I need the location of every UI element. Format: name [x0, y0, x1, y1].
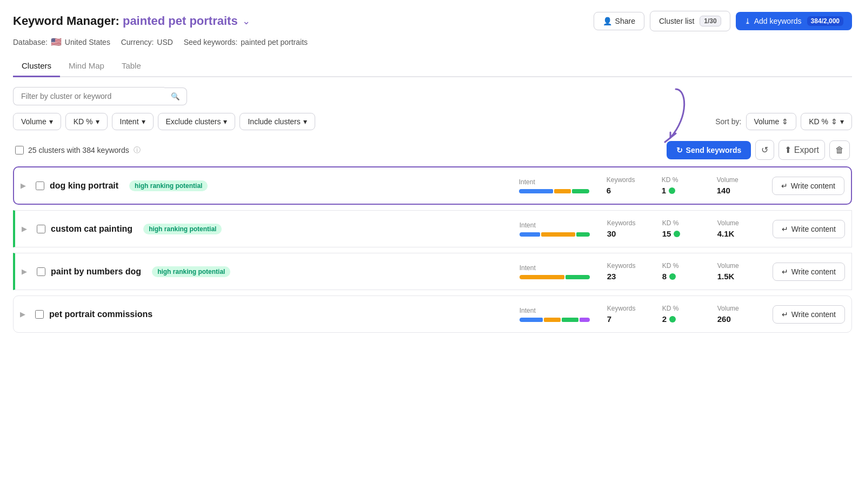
cluster-2-volume-value: 4.1K	[717, 229, 735, 238]
share-icon: 👤	[603, 17, 612, 25]
expand-icon-1[interactable]: ▶	[21, 182, 30, 190]
keywords-col-label-4: Keywords	[607, 305, 636, 312]
write-content-btn-1[interactable]: ↵ Write content	[772, 177, 844, 195]
expand-icon-3[interactable]: ▶	[22, 267, 31, 275]
kd-dot-4	[669, 316, 676, 322]
intent-blue-2	[520, 232, 540, 237]
keywords-col-label-2: Keywords	[607, 219, 636, 227]
search-button[interactable]: 🔍	[164, 88, 187, 105]
cluster-2-kd-value: 15	[662, 229, 681, 238]
cluster-3-intent: Intent	[520, 264, 590, 279]
cluster-4-checkbox[interactable]	[35, 310, 44, 319]
title-section: Keyword Manager: painted pet portraits ⌄	[13, 14, 250, 28]
keywords-col-label-1: Keywords	[607, 176, 635, 184]
cluster-4-volume-value: 260	[717, 314, 731, 324]
write-content-label-4: Write content	[791, 310, 836, 319]
database-value: United States	[65, 38, 110, 46]
sort-volume-icon: ⇕	[782, 117, 788, 126]
write-content-label-2: Write content	[791, 225, 836, 233]
cluster-1-kd: KD % 1	[662, 176, 700, 195]
page-title: Keyword Manager: painted pet portraits	[13, 14, 238, 28]
add-keywords-button[interactable]: ⤓ Add keywords 384/2,000	[736, 12, 852, 30]
seed-label: Seed keywords:	[184, 38, 238, 46]
cluster-3-name: paint by numbers dog	[51, 267, 141, 277]
include-clusters-filter[interactable]: Include clusters ▾	[239, 113, 315, 130]
sort-volume-button[interactable]: Volume ⇕	[746, 113, 797, 130]
cluster-2-tag: high ranking potential	[143, 224, 222, 234]
send-icon: ↻	[676, 146, 683, 154]
refresh-button[interactable]: ↺	[755, 140, 774, 160]
intent-filter[interactable]: Intent ▾	[112, 113, 154, 130]
tab-table[interactable]: Table	[113, 57, 150, 77]
cluster-list-button[interactable]: Cluster list 1/30	[650, 11, 730, 31]
write-icon-3: ↵	[782, 267, 788, 276]
title-chevron-icon[interactable]: ⌄	[242, 15, 250, 27]
intent-col-label-2: Intent	[520, 221, 536, 229]
cluster-1-keywords-value: 6	[607, 186, 611, 195]
title-highlight: painted pet portraits	[123, 14, 238, 28]
send-keywords-button[interactable]: ↻ Send keywords	[667, 141, 751, 159]
cluster-row-4: ▶ pet portrait commissions Intent Keywor…	[13, 295, 852, 333]
sort-kd-chevron: ▾	[840, 117, 844, 126]
intent-orange-2	[541, 232, 575, 237]
cluster-4-keywords: Keywords 7	[607, 305, 645, 324]
cluster-3-kd: KD % 8	[662, 262, 700, 281]
sort-kd-button[interactable]: KD % ⇕ ▾	[801, 113, 852, 130]
meta-separator-2	[176, 38, 181, 46]
sort-volume-label: Volume	[754, 117, 780, 126]
volume-filter[interactable]: Volume ▾	[13, 113, 61, 130]
cluster-3-keywords: Keywords 23	[607, 262, 645, 281]
download-icon: ⤓	[744, 17, 751, 25]
tabs-bar: Clusters Mind Map Table	[13, 57, 852, 77]
write-content-btn-4[interactable]: ↵ Write content	[773, 305, 845, 324]
kd-filter[interactable]: KD % ▾	[65, 113, 108, 130]
cluster-row-2-left: ▶ custom cat painting high ranking poten…	[22, 224, 520, 234]
exclude-clusters-filter[interactable]: Exclude clusters ▾	[158, 113, 236, 130]
cluster-summary: 25 clusters with 384 keywords ⓘ	[15, 145, 141, 155]
cluster-row-1: ▶ dog king portrait high ranking potenti…	[13, 166, 852, 205]
write-content-btn-3[interactable]: ↵ Write content	[773, 263, 845, 281]
trash-icon: 🗑	[835, 145, 844, 154]
tab-mindmap[interactable]: Mind Map	[60, 57, 113, 77]
kd-col-label-3: KD %	[662, 262, 679, 270]
cluster-1-checkbox[interactable]	[36, 182, 44, 190]
export-button[interactable]: ⬆ Export	[778, 140, 825, 160]
intent-blue-4	[520, 318, 543, 322]
share-label: Share	[615, 17, 635, 25]
exclude-chevron-icon: ▾	[223, 117, 227, 126]
cluster-3-checkbox[interactable]	[37, 267, 45, 276]
intent-green-2	[576, 232, 590, 237]
delete-button[interactable]: 🗑	[829, 140, 850, 160]
summary-text: 25 clusters with 384 keywords	[28, 146, 129, 154]
volume-col-label-1: Volume	[717, 176, 738, 184]
cluster-1-intent: Intent	[519, 178, 589, 193]
intent-filter-label: Intent	[120, 117, 139, 126]
select-all-checkbox[interactable]	[15, 146, 24, 154]
sort-kd-label: KD %	[809, 117, 828, 126]
search-input[interactable]	[13, 87, 164, 105]
write-content-btn-2[interactable]: ↵ Write content	[773, 220, 845, 238]
expand-icon-2[interactable]: ▶	[22, 225, 31, 233]
search-bar: 🔍	[13, 87, 852, 105]
cluster-count-badge: 1/30	[700, 16, 721, 26]
intent-purple-4	[580, 318, 590, 322]
cluster-row-2: ▶ custom cat painting high ranking poten…	[13, 210, 852, 247]
write-content-label-3: Write content	[791, 267, 836, 276]
intent-green-4	[562, 318, 578, 322]
intent-orange-1	[554, 189, 571, 193]
cluster-4-name: pet portrait commissions	[49, 310, 152, 319]
cluster-1-keywords: Keywords 6	[607, 176, 644, 195]
expand-icon-4[interactable]: ▶	[20, 310, 30, 318]
share-button[interactable]: 👤 Share	[594, 12, 644, 30]
include-chevron-icon: ▾	[303, 117, 307, 126]
intent-bar-1	[519, 189, 589, 193]
sort-section: Sort by: Volume ⇕ KD % ⇕ ▾	[715, 113, 852, 130]
volume-col-label-3: Volume	[717, 262, 739, 270]
intent-bar-4	[520, 318, 590, 322]
tab-clusters[interactable]: Clusters	[13, 57, 60, 77]
cluster-row-3-left: ▶ paint by numbers dog high ranking pote…	[22, 266, 520, 277]
intent-col-label-3: Intent	[520, 264, 536, 272]
cluster-2-kd: KD % 15	[662, 219, 700, 238]
cluster-row-1-right: Intent Keywords 6 KD % 1 Volume	[519, 176, 844, 195]
cluster-2-checkbox[interactable]	[37, 225, 45, 233]
